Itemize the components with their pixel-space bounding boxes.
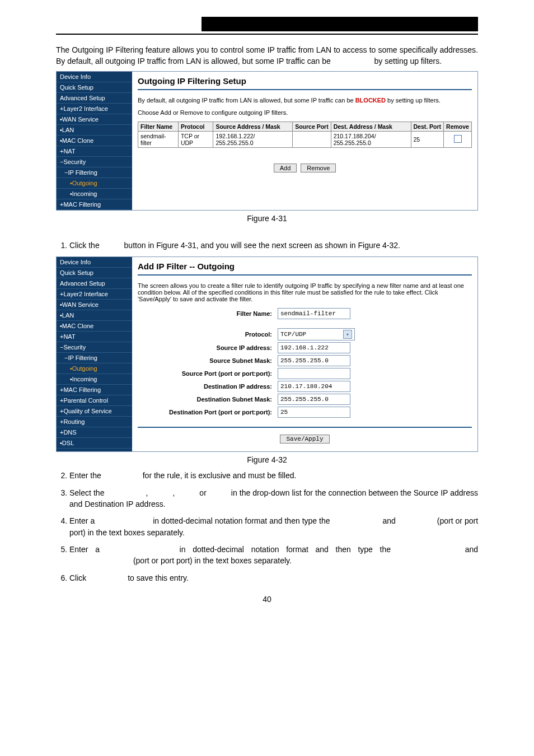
intro-paragraph: The Outgoing IP Filtering feature allows… [56,45,478,67]
steps-list-bottom: Enter the for the rule, it is exclusive … [56,470,478,583]
step-6: Click to save this entry. [69,572,478,584]
source-ip-input[interactable]: 192.168.1.222 [278,342,350,353]
sidebar-item[interactable]: −IP Filtering [57,167,132,178]
dest-mask-input[interactable]: 255.255.255.0 [278,394,350,405]
dest-ip-label: Destination IP address: [138,383,278,390]
figure-caption-31: Figure 4-31 [56,214,478,223]
add-button[interactable]: Add [274,164,297,172]
title-separator [138,89,472,90]
th-dst: Dest. Address / Mask [331,122,411,132]
dest-mask-label: Destination Subnet Mask: [138,396,278,403]
sidebar-item[interactable]: +Parental Control [57,395,132,406]
sidebar-item[interactable]: •Outgoing [57,178,132,189]
th-sport: Source Port [293,122,331,132]
sidebar-item[interactable]: •LAN [57,310,132,321]
filter-name-label: Filter Name: [138,310,278,317]
th-protocol: Protocol [178,122,213,132]
dest-port-label: Destination Port (port or port:port): [138,409,278,416]
sidebar-item[interactable]: •LAN [57,125,132,136]
sidebar-item[interactable]: +Routing [57,417,132,427]
cell-filter-name: sendmail-filter [138,132,179,148]
page-number: 40 [56,595,478,604]
sidebar-item[interactable]: •WAN Service [57,114,132,125]
sidebar-nav: Device InfoQuick SetupAdvanced Setup+Lay… [57,257,132,451]
sidebar-item[interactable]: +MAC Filtering [57,199,132,210]
cell-remove [444,132,472,148]
table-row: sendmail-filter TCP or UDP 192.168.1.222… [138,132,472,148]
header-black-bar [202,17,478,31]
step-3: Select the , , or in the drop-down list … [69,487,478,510]
chevron-down-icon: ▾ [343,330,352,339]
remove-checkbox[interactable] [454,135,462,143]
sidebar-item[interactable]: −Security [57,342,132,353]
sidebar-item[interactable]: •WAN Service [57,300,132,310]
button-row: Add Remove [138,164,472,172]
protocol-label: Protocol: [138,331,278,338]
sidebar-item[interactable]: +NAT [57,332,132,342]
save-apply-button[interactable]: Save/Apply [280,435,329,444]
form-description: The screen allows you to create a filter… [138,282,472,302]
cell-protocol: TCP or UDP [178,132,213,148]
note-text: By default, all outgoing IP traffic from… [138,97,472,104]
th-src: Source Address / Mask [213,122,293,132]
steps-list-top: Click the button in Figure 4-31, and you… [56,240,478,251]
panel-title: Outgoing IP Filtering Setup [138,76,472,86]
main-panel: Add IP Filter -- Outgoing The screen all… [132,257,477,451]
sidebar-item[interactable]: +DNS [57,427,132,438]
filter-name-input[interactable]: sendmail-filter [278,308,350,319]
sidebar-nav: Device InfoQuick SetupAdvanced Setup+Lay… [57,72,132,210]
sidebar-item[interactable]: −Security [57,157,132,167]
sidebar-item[interactable]: Device Info [57,72,132,82]
sidebar-item[interactable]: +Layer2 Interface [57,289,132,300]
source-port-label: Source Port (port or port:port): [138,370,278,377]
screenshot-figure-4-32: Device InfoQuick SetupAdvanced Setup+Lay… [56,256,478,452]
cell-src: 192.168.1.222/ 255.255.255.0 [213,132,293,148]
sidebar-item[interactable]: Advanced Setup [57,93,132,104]
document-page: The Outgoing IP Filtering feature allows… [0,0,534,615]
sidebar-item[interactable]: •MAC Clone [57,321,132,332]
figure-caption-32: Figure 4-32 [56,455,478,464]
sidebar-item[interactable]: •Incoming [57,189,132,199]
choose-text: Choose Add or Remove to configure outgoi… [138,109,472,116]
source-ip-label: Source IP address: [138,344,278,351]
step-4: Enter a in dotted-decimal notation forma… [69,515,478,538]
source-mask-input[interactable]: 255.255.255.0 [278,355,350,366]
title-separator [138,274,472,276]
sidebar-item[interactable]: Quick Setup [57,268,132,278]
sidebar-item[interactable]: +Layer2 Interface [57,104,132,114]
sidebar-item[interactable]: Device Info [57,257,132,268]
sidebar-item[interactable]: +NAT [57,146,132,157]
header-rule [56,34,478,35]
step-5: Enter a in dotted-decimal notation forma… [69,544,478,567]
cell-sport [293,132,331,148]
main-panel: Outgoing IP Filtering Setup By default, … [132,72,477,210]
dest-ip-input[interactable]: 210.17.188.204 [278,381,350,392]
sidebar-item[interactable]: •MAC Clone [57,136,132,146]
cell-dport: 25 [411,132,444,148]
protocol-select[interactable]: TCP/UDP ▾ [278,328,355,340]
sidebar-item[interactable]: Advanced Setup [57,278,132,289]
blocked-highlight: BLOCKED [355,97,386,104]
panel-title: Add IP Filter -- Outgoing [138,262,472,271]
step-1: Click the button in Figure 4-31, and you… [69,240,478,251]
cell-dst: 210.17.188.204/ 255.255.255.0 [331,132,411,148]
th-dport: Dest. Port [411,122,444,132]
sidebar-item[interactable]: •Outgoing [57,363,132,374]
filters-table: Filter Name Protocol Source Address / Ma… [138,122,472,148]
th-filter-name: Filter Name [138,122,179,132]
th-remove: Remove [444,122,472,132]
sidebar-item[interactable]: •Incoming [57,374,132,385]
sidebar-item[interactable]: Quick Setup [57,82,132,93]
sidebar-item[interactable]: +Quality of Service [57,406,132,417]
intro-tail: by setting up filters. [374,57,442,66]
remove-button[interactable]: Remove [301,164,336,172]
screenshot-figure-4-31: Device InfoQuick SetupAdvanced Setup+Lay… [56,71,478,211]
sidebar-item[interactable]: +MAC Filtering [57,385,132,395]
source-port-input[interactable] [278,368,350,379]
dest-port-input[interactable]: 25 [278,407,350,418]
sidebar-item[interactable]: •DSL [57,438,132,449]
step-2: Enter the for the rule, it is exclusive … [69,470,478,481]
source-mask-label: Source Subnet Mask: [138,357,278,364]
form-separator [138,427,472,428]
sidebar-item[interactable]: −IP Filtering [57,353,132,363]
